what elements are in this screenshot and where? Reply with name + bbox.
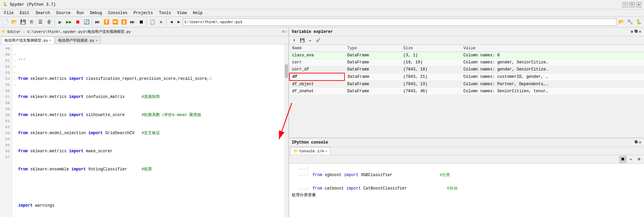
console-text: 处理分类变量 — [292, 192, 316, 199]
console-settings-button[interactable]: ⚙ — [635, 156, 643, 163]
vertical-scrollbar[interactable] — [284, 44, 288, 217]
var-save-button[interactable]: 💾 — [298, 37, 306, 44]
scrollbar-thumb[interactable] — [285, 64, 288, 78]
var-value: Column names: gender, SeniorCitize… — [461, 59, 644, 66]
menu-help[interactable]: Help — [190, 10, 205, 16]
window-controls[interactable]: − □ ✕ — [622, 2, 641, 7]
menu-run[interactable]: Run — [74, 10, 87, 16]
at-button[interactable]: @ — [45, 18, 53, 26]
console-empty — [292, 178, 294, 185]
console-stop-button[interactable]: ⏹ — [619, 156, 627, 163]
warning-column: ⚠ ⚠ ⚠ ⚠ ⚠ ⚠ — [12, 44, 17, 217]
variable-explorer-title: Variable explorer — [292, 30, 333, 34]
settings-button[interactable]: 🔧 — [626, 18, 634, 26]
list-button[interactable]: ☰ — [36, 18, 44, 26]
menu-debug[interactable]: Debug — [87, 10, 105, 16]
open-file-button[interactable]: 📂 — [10, 18, 18, 26]
forward-button[interactable]: ▶ — [175, 19, 182, 25]
new-file-button[interactable]: 📄 — [1, 18, 9, 26]
toolbar-sep-3 — [147, 19, 147, 25]
editor-close-icon[interactable]: ✕ — [285, 30, 287, 34]
copy-button[interactable]: ⎘ — [28, 18, 36, 26]
var-size: (7043, 21) — [401, 73, 461, 80]
terminal-button[interactable]: 📋 — [148, 18, 156, 26]
tab-field-desc[interactable]: 电信用户字段描述.py ✕ — [55, 37, 101, 44]
menu-edit[interactable]: Edit — [17, 10, 32, 16]
menu-projects[interactable]: Projects — [131, 10, 156, 16]
table-row[interactable]: df_object DataFrame (7043, 13) Column na… — [289, 80, 644, 88]
table-row[interactable]: corr_df DataFrame (7043, 19) Column name… — [289, 66, 644, 73]
browse-button[interactable]: 📂 — [617, 18, 625, 26]
table-row[interactable]: df_onehot DataFrame (7043, 46) Column na… — [289, 88, 644, 95]
menu-view[interactable]: View — [174, 10, 190, 16]
var-name: corr — [289, 59, 345, 66]
menu-search[interactable]: Search — [33, 10, 53, 16]
console-tab-close[interactable]: ✕ — [325, 149, 327, 153]
ipython-float-icon[interactable]: ⧉ — [635, 140, 638, 145]
path-input[interactable]: C:\Users\Think\.spyder-py3 — [183, 18, 616, 26]
tab-label-2: 电信用户字段描述.py — [58, 38, 94, 43]
col-header-value[interactable]: Value — [461, 45, 644, 52]
next-button[interactable]: ⏭ — [128, 18, 136, 26]
close-panel-button[interactable]: ✕ — [157, 18, 165, 26]
editor-float-icon[interactable]: ⧉ — [282, 30, 284, 34]
code-line-57: import warnings — [17, 203, 284, 209]
console-code: from xgboost import XGBClassifier — [310, 172, 392, 178]
minimize-button[interactable]: − — [622, 2, 628, 7]
console-line-4: ...: from catboost import CatBoostClassi… — [292, 185, 641, 192]
console-edit-button[interactable]: ✏ — [627, 156, 635, 163]
editor-panel: 📁 Editor - C:\Users\Think\.spyder-py3\电信… — [0, 28, 289, 217]
close-button[interactable]: ✕ — [636, 2, 641, 7]
table-row-df[interactable]: df DataFrame (7043, 21) Column names: cu… — [289, 73, 644, 80]
maximize-button[interactable]: □ — [629, 2, 635, 7]
variable-table: Name Type Size Value class_eva DataFrame… — [289, 45, 644, 138]
toolbar-sep-2 — [92, 19, 92, 25]
ipython-close-icon[interactable]: ✕ — [639, 140, 641, 145]
run-cell-button[interactable]: ▶▶ — [65, 18, 73, 26]
stop-debug-button[interactable]: ⏹ — [137, 18, 145, 26]
var-edit-button[interactable]: ✏ — [307, 37, 314, 44]
var-edit2-button[interactable]: 🖊 — [315, 37, 322, 44]
tab-credit-model[interactable]: 电信用户流失预测模型.py ✕ — [1, 37, 54, 44]
table-row[interactable]: class_eva DataFrame (3, 1) Column names:… — [289, 52, 644, 59]
code-line-56 — [17, 184, 284, 191]
menu-source[interactable]: Source — [53, 10, 73, 16]
var-name: class_eva — [289, 52, 345, 59]
save-button[interactable]: 💾 — [19, 18, 27, 26]
console-tab[interactable]: 📁 Console 1/A ✕ — [290, 147, 330, 155]
col-header-size[interactable]: Size — [401, 45, 461, 52]
step-out-button[interactable]: ⏩ — [111, 18, 119, 26]
col-header-type[interactable]: Type — [345, 45, 400, 52]
col-header-name[interactable]: Name — [289, 45, 345, 52]
ipython-toolbar: ⏹ ✏ ⚙ — [289, 155, 644, 164]
variable-explorer: Variable explorer ⚙ ⧉ ✕ ⬇ 💾 ✏ 🖊 Name — [289, 28, 644, 138]
ipython-header: IPython console ⧉ ✕ — [289, 138, 644, 147]
var-name-df: df — [289, 73, 345, 80]
var-float-icon[interactable]: ⧉ — [635, 29, 638, 34]
python-button[interactable]: 🐍 — [635, 18, 643, 26]
main-layout: 📁 Editor - C:\Users\Think\.spyder-py3\电信… — [0, 28, 644, 217]
step-into-button[interactable]: ⏬ — [102, 18, 110, 26]
var-close-icon[interactable]: ✕ — [639, 29, 641, 34]
table-row[interactable]: corr DataFrame (19, 19) Column names: ge… — [289, 59, 644, 66]
menu-consoles[interactable]: Consoles — [106, 10, 130, 16]
back-button[interactable]: ◀ — [168, 19, 175, 25]
step-button[interactable]: ⏭ — [93, 18, 102, 26]
console-prompt: ...: — [292, 165, 309, 172]
var-import-button[interactable]: ⬇ — [290, 37, 298, 44]
var-name: df_object — [289, 80, 345, 88]
menu-file[interactable]: File — [1, 10, 16, 16]
menu-tools[interactable]: Tools — [156, 10, 174, 16]
tab-close-1[interactable]: ✕ — [49, 38, 51, 42]
code-content[interactable]: ''' from sklearn.metrics import classifi… — [17, 44, 284, 217]
continue-button[interactable]: ⏫ — [120, 18, 128, 26]
tab-close-2[interactable]: ✕ — [96, 39, 98, 43]
var-type: DataFrame — [345, 66, 400, 73]
code-line-49: ''' — [17, 58, 284, 64]
run-button[interactable]: ▶ — [56, 18, 64, 26]
var-type: DataFrame — [345, 88, 400, 95]
var-settings-icon[interactable]: ⚙ — [631, 29, 633, 34]
console-tab-label: Console 1/A — [299, 149, 324, 153]
stop-button[interactable]: ⏹ — [74, 18, 82, 26]
restart-button[interactable]: 🔄 — [82, 18, 90, 26]
